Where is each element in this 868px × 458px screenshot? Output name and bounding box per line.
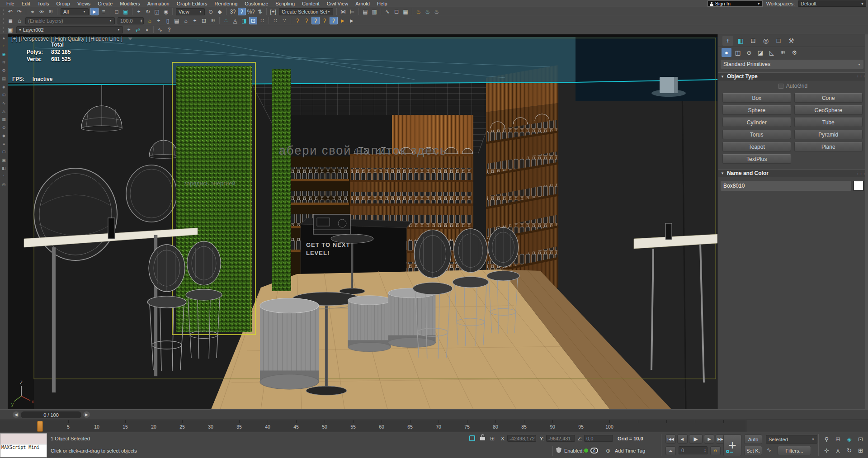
object-type-rollout[interactable]: ▼ Object Type ⋮⋮⋮ <box>718 72 868 80</box>
side-tool-grid-icon[interactable]: ▤ <box>2 77 6 81</box>
add-selection-to-layer-icon[interactable]: + <box>191 17 199 24</box>
dot-pair-icon[interactable]: ∵ <box>280 17 288 24</box>
menu-arnold[interactable]: Arnold <box>352 0 373 7</box>
align-icon[interactable]: ⊨ <box>348 8 356 15</box>
lights-subtab-icon[interactable]: ⊙ <box>744 48 754 57</box>
sign-in-button[interactable]: Sign In ▼ <box>708 0 763 7</box>
menu-rendering[interactable]: Rendering <box>211 0 241 7</box>
notification-count-badge[interactable]: 0 <box>590 448 598 453</box>
key-mode-toggle-button[interactable]: ◂▸ <box>665 446 676 455</box>
geometry-subtab-icon[interactable]: ● <box>722 48 731 57</box>
delete-layer-icon[interactable]: ▯ <box>164 17 172 24</box>
mirror-icon[interactable]: ⋈ <box>339 8 347 15</box>
space-warps-subtab-icon[interactable]: ≋ <box>778 48 788 57</box>
pan-icon[interactable]: ⊹ <box>822 446 831 455</box>
angle-snap-toggle-icon[interactable]: ʔ <box>238 8 246 15</box>
side-tool-freeform-icon[interactable]: + <box>3 44 5 48</box>
viewport-label-text[interactable]: [+] [Perspective ] [High Quality ] [Hidd… <box>11 36 123 42</box>
maximize-viewport-toggle-icon[interactable]: ⊞ <box>856 446 865 455</box>
z-coordinate-field[interactable]: 0,0 <box>584 435 613 442</box>
x-coordinate-field[interactable]: -42498,172 <box>507 435 536 442</box>
menu-content[interactable]: Content <box>298 0 323 7</box>
autogrid-checkbox[interactable] <box>778 84 783 89</box>
menu-views[interactable]: Views <box>74 0 94 7</box>
name-and-color-rollout[interactable]: ▼ Name and Color ⋮⋮⋮ <box>718 169 868 177</box>
workspace-dropdown[interactable]: Default ▼ <box>798 0 866 7</box>
menu-customize[interactable]: Customize <box>241 0 272 7</box>
menu-file[interactable]: File <box>3 0 18 7</box>
schematic-view-icon[interactable]: ⊟ <box>392 8 401 15</box>
menu-modifiers[interactable]: Modifiers <box>116 0 144 7</box>
maxscript-input-line[interactable] <box>0 434 47 444</box>
pivot-surface-icon[interactable]: ◬ <box>231 17 239 24</box>
add-to-layer-icon[interactable]: + <box>155 17 163 24</box>
menu-graph-editors[interactable]: Graph Editors <box>173 0 211 7</box>
set-key-button[interactable]: Set K. <box>744 446 762 455</box>
primitive-button-tube[interactable]: Tube <box>794 118 863 127</box>
caddy-shield-icon[interactable] <box>556 447 561 453</box>
display-dots-icon[interactable]: ∴ <box>222 17 230 24</box>
point-grid-icon[interactable]: ∷ <box>271 17 279 24</box>
snap-half-icon[interactable]: ʔ <box>302 17 311 24</box>
time-slider-handle[interactable] <box>37 421 43 432</box>
primitive-button-torus[interactable]: Torus <box>722 130 791 139</box>
modify-tab-icon[interactable]: ◧ <box>735 36 746 46</box>
selection-lock-icon[interactable] <box>480 437 485 440</box>
help-icon[interactable]: ? <box>165 26 173 33</box>
primitive-button-textplus[interactable]: TextPlus <box>722 154 791 164</box>
toggle-layer-explorer-icon[interactable]: ▥ <box>370 8 378 15</box>
range-prev-button[interactable]: ◀ <box>13 411 19 418</box>
add-time-tag-label[interactable]: Add Time Tag <box>615 448 645 453</box>
zoom-extents-icon[interactable]: ◈ <box>844 434 854 444</box>
side-tool-dots-icon[interactable]: ∴ <box>3 175 5 179</box>
absolute-mode-transform-icon[interactable]: ⊞ <box>490 436 495 441</box>
snap-3d-icon[interactable]: ʔ <box>330 17 338 24</box>
range-next-button[interactable]: ▶ <box>83 411 90 418</box>
side-tool-half-icon[interactable]: ◧ <box>2 166 6 170</box>
side-tool-box-icon[interactable]: ▣ <box>2 158 6 162</box>
side-tool-object-paint-icon[interactable]: ≋ <box>2 61 6 65</box>
snap-25d-icon[interactable]: ʔ <box>321 17 329 24</box>
bind-to-space-warp-icon[interactable]: ≋ <box>47 8 55 15</box>
track-curve-icon[interactable]: ∿ <box>156 26 164 33</box>
snap-2d-icon[interactable]: ʔ <box>311 17 320 24</box>
helpers-subtab-icon[interactable]: ◺ <box>767 48 777 57</box>
time-tag-sphere-icon[interactable]: ⊕ <box>606 448 610 453</box>
layer-properties-icon[interactable]: ▤ <box>173 17 181 24</box>
primitive-button-plane[interactable]: Plane <box>794 142 863 151</box>
select-in-layer-icon[interactable]: ⌂ <box>182 17 190 24</box>
default-tangents-icon[interactable]: ∿ <box>767 447 771 453</box>
key-selection-dropdown[interactable]: Selected ▼ <box>766 435 817 444</box>
layer-stack-icon[interactable]: ≣ <box>6 17 14 24</box>
viewport-scene[interactable]: GET TO NEXT LEVEL! <box>8 34 717 409</box>
perspective-viewport[interactable]: GET TO NEXT LEVEL! <box>8 34 717 409</box>
y-coordinate-field[interactable]: -9642,431 <box>546 435 575 442</box>
primitive-button-cylinder[interactable]: Cylinder <box>722 118 791 127</box>
named-selection-sets-dropdown[interactable]: Create Selection Set▼ <box>279 8 333 15</box>
toolbar-grip[interactable] <box>1 9 4 15</box>
side-tool-modeling-icon[interactable]: ▲ <box>2 36 6 40</box>
menu-edit[interactable]: Edit <box>18 0 34 7</box>
menu-animation[interactable]: Animation <box>144 0 173 7</box>
side-tool-window-icon[interactable]: ⊞ <box>2 93 6 97</box>
menu-tools[interactable]: Tools <box>34 0 53 7</box>
enable-layers-dropdown[interactable]: (Enable Layers)▼ <box>25 17 115 24</box>
cameras-subtab-icon[interactable]: ◪ <box>755 48 765 57</box>
side-tool-gem-icon[interactable]: ◈ <box>2 85 5 89</box>
go-to-start-button[interactable]: |◀◀ <box>665 434 676 444</box>
set-keys-button[interactable]: + <box>723 434 741 456</box>
utilities-tab-icon[interactable]: ⚒ <box>786 36 797 46</box>
orbit-icon[interactable]: ↻ <box>844 446 854 455</box>
undo-icon[interactable]: ↶ <box>6 8 14 15</box>
select-by-name-icon[interactable]: ≡ <box>99 8 108 15</box>
select-and-move-icon[interactable]: + <box>135 8 143 15</box>
primitive-category-dropdown[interactable]: Standard Primitives ▼ <box>721 60 863 69</box>
unlink-selection-icon[interactable]: ⚮ <box>38 8 46 15</box>
viewport-filter-icon[interactable] <box>128 38 132 40</box>
menu-create[interactable]: Create <box>94 0 116 7</box>
material-editor-icon[interactable]: ▦ <box>401 8 410 15</box>
create-new-layer-icon[interactable]: ⌂ <box>146 17 154 24</box>
select-and-manipulate-icon[interactable]: ◆ <box>216 8 224 15</box>
current-frame-field[interactable]: 0▲▼ <box>679 446 708 454</box>
spinner-snap-toggle-icon[interactable]: ⇅ <box>256 8 264 15</box>
